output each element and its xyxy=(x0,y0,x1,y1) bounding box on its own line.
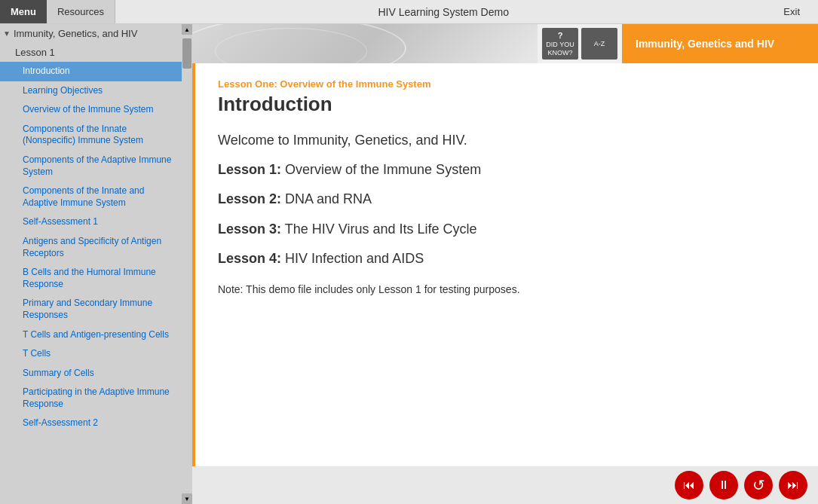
lesson-label-text: Lesson 1 xyxy=(15,47,55,58)
lesson-note: Note: This demo file includes only Lesso… xyxy=(218,283,795,295)
lesson-1-number: Lesson 1: xyxy=(218,162,281,177)
app-title: HIV Learning System Demo xyxy=(115,6,771,18)
sidebar-root[interactable]: Immunity, Genetics, and HIV xyxy=(0,24,182,43)
rewind-button[interactable] xyxy=(675,471,703,499)
course-banner: Immunity, Genetics and HIV xyxy=(622,24,818,63)
lesson-item-1: Lesson 1: Overview of the Immune System xyxy=(218,160,795,179)
did-you-know-icon: ? xyxy=(558,31,563,41)
header-buttons: ? DID YOU KNOW? A-Z xyxy=(538,24,622,63)
sidebar-item-antigens[interactable]: Antigens and Specificity of Antigen Rece… xyxy=(0,232,182,263)
replay-button[interactable] xyxy=(744,471,773,499)
az-button[interactable]: A-Z xyxy=(581,28,617,60)
lesson-4-number: Lesson 4: xyxy=(218,251,281,266)
sidebar-wrapper: Immunity, Genetics, and HIV Lesson 1 Int… xyxy=(0,24,192,504)
lesson-4-title: HIV Infection and AIDS xyxy=(285,251,424,266)
lesson-content: Lesson One: Overview of the Immune Syste… xyxy=(192,63,818,466)
lesson-2-title: DNA and RNA xyxy=(285,191,372,206)
lesson-1-title: Overview of the Immune System xyxy=(285,162,481,177)
sidebar-item-t-cells-antigen[interactable]: T Cells and Antigen-presenting Cells xyxy=(0,325,182,345)
sidebar: Immunity, Genetics, and HIV Lesson 1 Int… xyxy=(0,24,182,504)
did-you-know-button[interactable]: ? DID YOU KNOW? xyxy=(542,28,578,60)
scroll-down-arrow[interactable]: ▼ xyxy=(182,493,192,504)
sidebar-item-b-cells[interactable]: B Cells and the Humoral Immune Response xyxy=(0,263,182,294)
did-you-know-label: DID YOU KNOW? xyxy=(542,41,578,57)
content-header: ? DID YOU KNOW? A-Z Immunity, Genetics a… xyxy=(192,24,818,63)
sidebar-item-innate-nonspecific[interactable]: Components of the Innate (Nonspecific) I… xyxy=(0,120,182,151)
sidebar-scrollbar[interactable]: ▲ ▼ xyxy=(182,24,192,504)
bottom-bar xyxy=(192,466,818,504)
lesson-tag: Lesson One: Overview of the Immune Syste… xyxy=(218,78,795,90)
sidebar-item-introduction[interactable]: Introduction xyxy=(0,62,182,81)
top-bar: Menu Resources HIV Learning System Demo … xyxy=(0,0,818,24)
welcome-text: Welcome to Immunity, Genetics, and HIV. xyxy=(218,131,795,150)
lesson-intro-title: Introduction xyxy=(218,93,795,116)
root-arrow xyxy=(3,29,11,38)
menu-tab[interactable]: Menu xyxy=(0,0,47,23)
lesson-item-3: Lesson 3: The HIV Virus and Its Life Cyc… xyxy=(218,220,795,239)
exit-button[interactable]: Exit xyxy=(771,3,812,20)
content-area: ? DID YOU KNOW? A-Z Immunity, Genetics a… xyxy=(192,24,818,504)
sidebar-item-primary-secondary[interactable]: Primary and Secondary Immune Responses xyxy=(0,294,182,325)
pause-button[interactable] xyxy=(709,471,738,499)
sidebar-root-label: Immunity, Genetics, and HIV xyxy=(14,28,138,39)
sidebar-item-learning-objectives[interactable]: Learning Objectives xyxy=(0,81,182,101)
sidebar-item-innate-adaptive[interactable]: Components of the Innate and Adaptive Im… xyxy=(0,182,182,212)
scroll-up-arrow[interactable]: ▲ xyxy=(182,24,192,35)
lesson-3-title: The HIV Virus and Its Life Cycle xyxy=(285,221,477,237)
lesson-item-2: Lesson 2: DNA and RNA xyxy=(218,190,795,209)
lesson-item-4: Lesson 4: HIV Infection and AIDS xyxy=(218,249,795,268)
header-graphic xyxy=(192,24,538,63)
lesson-3-number: Lesson 3: xyxy=(218,221,281,237)
scroll-track[interactable] xyxy=(182,35,192,493)
sidebar-item-self-assessment-2[interactable]: Self-Assessment 2 xyxy=(0,414,182,433)
sidebar-item-adaptive-components[interactable]: Components of the Adaptive Immune System xyxy=(0,151,182,182)
sidebar-item-self-assessment-1[interactable]: Self-Assessment 1 xyxy=(0,212,182,232)
sidebar-item-t-cells[interactable]: T Cells xyxy=(0,344,182,364)
lesson-2-number: Lesson 2: xyxy=(218,191,281,206)
course-banner-text: Immunity, Genetics and HIV xyxy=(636,38,774,50)
forward-button[interactable] xyxy=(779,471,807,499)
az-label: A-Z xyxy=(594,40,605,48)
sidebar-item-overview-immune[interactable]: Overview of the Immune System xyxy=(0,100,182,120)
sidebar-item-summary-cells[interactable]: Summary of Cells xyxy=(0,364,182,383)
main-layout: Immunity, Genetics, and HIV Lesson 1 Int… xyxy=(0,24,818,504)
sidebar-item-participating-adaptive[interactable]: Participating in the Adaptive Immune Res… xyxy=(0,383,182,414)
lesson-1-label[interactable]: Lesson 1 xyxy=(0,43,182,62)
resources-tab[interactable]: Resources xyxy=(47,0,115,23)
scroll-thumb[interactable] xyxy=(182,38,191,69)
